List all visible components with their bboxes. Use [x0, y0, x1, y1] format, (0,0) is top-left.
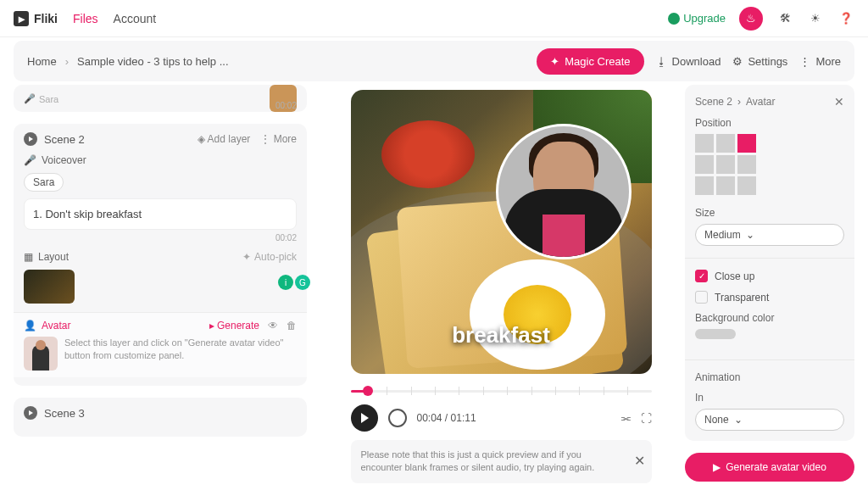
closeup-checkbox[interactable]: ✓ Close up	[695, 270, 844, 282]
download-icon: ⭳	[656, 55, 667, 68]
scenes-sidebar: 🎤Sara 00:02 Scene 2 ◈ Add layer ⋮ More 🎤…	[0, 85, 320, 496]
generate-label: Generate avatar video	[726, 461, 826, 473]
pos-bc[interactable]	[716, 176, 735, 195]
top-nav: ▸ Fliki Files Account Upgrade ♨ 🛠 ☀ ❓	[0, 0, 868, 37]
timecode: 00:04 / 01:11	[417, 412, 476, 424]
flame-icon: ♨	[746, 12, 756, 25]
upgrade-label: Upgrade	[683, 12, 726, 25]
scene-2-card[interactable]: Scene 2 ◈ Add layer ⋮ More 🎤Voiceover Sa…	[14, 124, 307, 386]
avatar-section[interactable]: 👤 Avatar ▸ Generate 👁 🗑 Select this laye…	[14, 312, 307, 377]
play-button[interactable]	[351, 404, 378, 432]
play-icon[interactable]	[24, 132, 37, 146]
pos-mc[interactable]	[716, 155, 735, 174]
rewind-button[interactable]	[388, 409, 407, 427]
pos-tr[interactable]	[737, 134, 756, 153]
magic-label: Magic Create	[565, 55, 630, 68]
pos-br[interactable]	[737, 176, 756, 195]
video-icon: ▶	[713, 461, 721, 473]
share-button[interactable]: ⫘	[620, 412, 631, 425]
scene2-title: Scene 2	[44, 133, 85, 146]
visibility-icon[interactable]: 👁	[268, 320, 278, 332]
settings-button[interactable]: ⚙ Settings	[732, 55, 787, 68]
size-select[interactable]: Medium⌄	[695, 224, 844, 246]
pos-tc[interactable]	[716, 134, 735, 153]
brand[interactable]: ▸ Fliki	[14, 11, 58, 26]
scene1-voice: Sara	[39, 94, 58, 104]
download-button[interactable]: ⭳ Download	[656, 55, 721, 68]
flame-button[interactable]: ♨	[739, 7, 763, 31]
scene-3-card[interactable]: Scene 3	[14, 398, 307, 437]
playhead[interactable]	[363, 386, 373, 396]
preview-notice: Please note that this is just a quick pr…	[351, 440, 652, 483]
sun-icon: ☀	[810, 12, 821, 25]
breadcrumb-file[interactable]: Sample video - 3 tips to help ...	[77, 55, 228, 68]
breadcrumb-home[interactable]: Home	[27, 55, 57, 68]
timeline[interactable]: 00:04 / 01:11 ⫘ ⛶	[351, 382, 652, 432]
badge-info[interactable]: i	[278, 275, 293, 290]
pos-tl[interactable]	[695, 134, 714, 153]
layout-icon: ▦	[24, 251, 33, 263]
closeup-label: Close up	[715, 270, 754, 282]
layout-label: Layout	[38, 251, 69, 263]
size-label: Size	[695, 207, 844, 219]
scene-text-input[interactable]: 1. Don't skip breakfast	[24, 198, 297, 230]
scene2-time: 00:02	[24, 233, 297, 242]
brand-icon: ▸	[14, 11, 29, 26]
layers-icon: ◈	[198, 133, 205, 145]
upgrade-button[interactable]: Upgrade	[668, 12, 726, 25]
help-button[interactable]: ❓	[837, 10, 854, 27]
autopick-button[interactable]: ✦Auto-pick	[242, 251, 297, 263]
download-label: Download	[672, 55, 721, 68]
gear-icon: ⚙	[732, 55, 743, 68]
more-button[interactable]: ⋮ More	[799, 55, 841, 68]
add-layer-button[interactable]: ◈ Add layer	[198, 133, 250, 145]
chevron-right-icon: ›	[737, 96, 741, 108]
nav-account[interactable]: Account	[114, 12, 157, 25]
position-grid	[695, 134, 844, 195]
more-icon: ⋮	[799, 55, 810, 68]
avatar-label: Avatar	[42, 320, 70, 332]
pos-mr[interactable]	[737, 155, 756, 174]
avatar-thumbnail[interactable]	[24, 337, 58, 371]
avatar-overlay	[496, 124, 632, 259]
check-icon	[695, 291, 708, 304]
animation-in-select[interactable]: None⌄	[695, 409, 844, 431]
chevron-down-icon: ⌄	[746, 229, 754, 241]
in-label: In	[695, 392, 844, 404]
scene-more-button[interactable]: ⋮ More	[260, 133, 297, 145]
nav-files[interactable]: Files	[73, 12, 98, 25]
bgcolor-label: Background color	[695, 312, 844, 324]
delete-icon[interactable]: 🗑	[287, 320, 297, 332]
close-panel-button[interactable]: ✕	[834, 95, 844, 109]
generate-link[interactable]: ▸ Generate	[209, 320, 259, 332]
scene-1-card[interactable]: 🎤Sara 00:02	[14, 85, 307, 112]
help-icon: ❓	[839, 12, 853, 25]
avatar-hint: Select this layer and click on "Generate…	[64, 337, 297, 371]
layout-thumbnail[interactable]	[24, 270, 75, 304]
tools-button[interactable]: 🛠	[776, 10, 793, 27]
generate-avatar-button[interactable]: ▶ Generate avatar video	[685, 453, 854, 482]
animation-label: Animation	[695, 371, 844, 383]
voice-chip[interactable]: Sara	[24, 173, 64, 192]
transparent-checkbox[interactable]: Transparent	[695, 291, 844, 304]
panel-crumb2[interactable]: Avatar	[746, 96, 775, 108]
panel-crumb1[interactable]: Scene 2	[695, 96, 732, 108]
close-notice-button[interactable]: ✕	[634, 452, 645, 471]
pos-ml[interactable]	[695, 155, 714, 174]
theme-button[interactable]: ☀	[807, 10, 824, 27]
avatar-icon: 👤	[24, 320, 36, 332]
breadcrumb-bar: Home › Sample video - 3 tips to help ...…	[14, 41, 854, 81]
notice-text: Please note that this is just a quick pr…	[361, 449, 595, 472]
settings-label: Settings	[748, 55, 787, 68]
check-icon: ✓	[695, 270, 708, 282]
pos-bl[interactable]	[695, 176, 714, 195]
fullscreen-button[interactable]: ⛶	[641, 412, 652, 425]
scene1-time: 00:02	[275, 101, 297, 110]
badge-grammarly[interactable]: G	[295, 275, 310, 290]
transparent-label: Transparent	[715, 292, 769, 304]
video-preview[interactable]: breakfast	[351, 90, 652, 374]
play-icon[interactable]	[24, 406, 37, 420]
bgcolor-swatch[interactable]	[695, 329, 736, 338]
magic-create-button[interactable]: ✦ Magic Create	[537, 48, 643, 75]
mic-icon: 🎤	[24, 93, 36, 104]
